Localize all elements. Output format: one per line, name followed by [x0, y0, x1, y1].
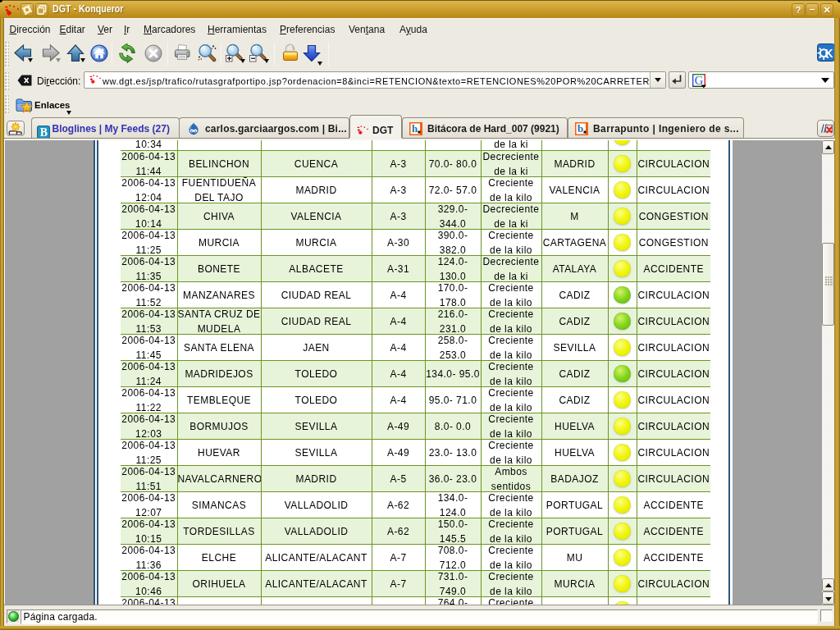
svg-text:b: b [578, 122, 583, 135]
svg-text:B: B [40, 126, 48, 139]
svg-text:h: h [412, 122, 418, 135]
svg-text:K: K [825, 47, 833, 60]
